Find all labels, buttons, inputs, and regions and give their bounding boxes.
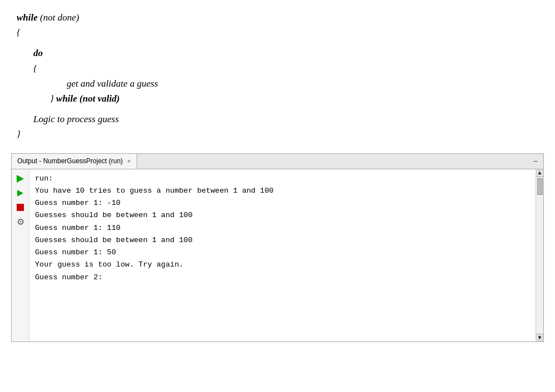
output-line-6: Guess number 1: 50 bbox=[35, 247, 530, 259]
scrollbar-thumb[interactable] bbox=[537, 178, 543, 195]
code-close-brace: } bbox=[50, 93, 56, 104]
output-line-8: Guess number 2: bbox=[35, 272, 530, 284]
stop-button[interactable] bbox=[14, 202, 27, 214]
stop-icon bbox=[17, 204, 24, 211]
output-line-5: Guesses should be between 1 and 100 bbox=[35, 234, 530, 247]
keyword-while-2: while (not valid) bbox=[56, 93, 119, 104]
code-line-8: } bbox=[17, 127, 538, 142]
play-small-icon bbox=[17, 190, 23, 197]
output-body: ⚙ run: You have 10 tries to guess a numb… bbox=[12, 169, 543, 341]
keyword-do: do bbox=[33, 48, 43, 58]
debug-button[interactable]: ⚙ bbox=[14, 216, 27, 228]
output-line-3: Guesses should be between 1 and 100 bbox=[35, 209, 530, 222]
output-line-4: Guess number 1: 110 bbox=[35, 222, 530, 234]
output-panel: Output - NumberGuessProject (run) × − ⚙ bbox=[11, 153, 544, 342]
code-line-3: do bbox=[17, 46, 538, 61]
scrollbar-down-button[interactable]: ▼ bbox=[536, 334, 543, 341]
output-line-7: Your guess is too low. Try again. bbox=[35, 259, 530, 271]
main-container: while (not done) { do { get and validate… bbox=[0, 0, 555, 342]
output-toolbar: ⚙ bbox=[12, 169, 29, 341]
run-step-button[interactable] bbox=[14, 187, 27, 199]
run-button[interactable] bbox=[14, 173, 27, 185]
code-area: while (not done) { do { get and validate… bbox=[0, 0, 555, 153]
keyword-while-1: while bbox=[17, 12, 38, 23]
output-minimize-button[interactable]: − bbox=[531, 157, 540, 165]
output-header: Output - NumberGuessProject (run) × − bbox=[12, 154, 543, 169]
debug-icon: ⚙ bbox=[17, 217, 24, 227]
output-scrollbar[interactable]: ▲ ▼ bbox=[536, 169, 543, 341]
code-line-4: { bbox=[17, 61, 538, 76]
output-line-2: Guess number 1: -10 bbox=[35, 197, 530, 209]
code-condition-1: (not done) bbox=[40, 12, 79, 23]
output-tab-label: Output - NumberGuessProject (run) bbox=[17, 157, 123, 165]
output-tab[interactable]: Output - NumberGuessProject (run) × bbox=[12, 154, 137, 169]
output-content: run: You have 10 tries to guess a number… bbox=[29, 169, 536, 341]
code-line-1: while (not done) bbox=[17, 10, 538, 25]
code-line-5: get and validate a guess bbox=[17, 76, 538, 91]
output-line-1: You have 10 tries to guess a number betw… bbox=[35, 185, 530, 197]
code-line-7: Logic to process guess bbox=[17, 112, 538, 127]
code-line-6: } while (not valid) bbox=[17, 91, 538, 106]
output-tab-close[interactable]: × bbox=[127, 158, 131, 164]
output-line-run: run: bbox=[35, 173, 530, 185]
code-line-2: { bbox=[17, 25, 538, 40]
play-icon bbox=[17, 175, 24, 183]
scrollbar-up-button[interactable]: ▲ bbox=[536, 169, 543, 177]
